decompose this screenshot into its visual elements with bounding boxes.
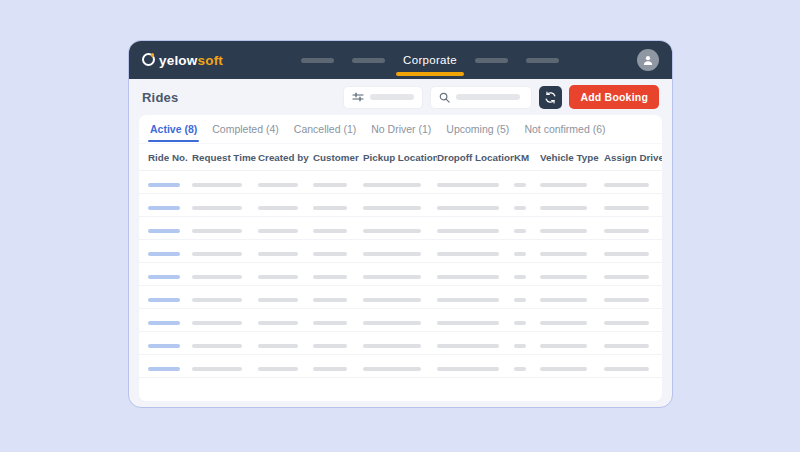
brand-logo: yelowsoft	[142, 53, 223, 68]
skeleton-bar	[148, 298, 180, 303]
skeleton-bar	[258, 344, 298, 349]
skeleton-bar	[148, 344, 180, 349]
table-row	[139, 194, 662, 217]
skeleton-bar	[148, 252, 180, 257]
skeleton-bar	[313, 206, 347, 211]
skeleton-bar	[604, 275, 649, 280]
tab-upcoming-5[interactable]: Upcoming (5)	[446, 115, 509, 143]
skeleton-bar	[313, 367, 347, 372]
nav-item-placeholder[interactable]	[352, 58, 385, 63]
skeleton-bar	[148, 321, 180, 326]
skeleton-bar	[514, 183, 526, 188]
add-booking-button[interactable]: Add Booking	[569, 85, 659, 109]
skeleton-bar	[437, 367, 499, 372]
skeleton-bar	[148, 206, 180, 211]
nav-item-placeholder[interactable]	[526, 58, 559, 63]
skeleton-bar	[604, 229, 649, 234]
column-header-km: KM	[514, 152, 540, 163]
refresh-button[interactable]	[539, 86, 562, 109]
skeleton-bar	[540, 367, 587, 372]
skeleton-bar	[540, 344, 587, 349]
skeleton-bar	[192, 275, 242, 280]
skeleton-bar	[192, 252, 242, 257]
nav-item-placeholder[interactable]	[301, 58, 334, 63]
skeleton-bar	[148, 367, 180, 372]
skeleton-bar	[363, 206, 421, 211]
user-avatar[interactable]	[637, 49, 659, 71]
skeleton-bar	[437, 344, 499, 349]
skeleton-bar	[313, 321, 347, 326]
skeleton-bar	[604, 344, 649, 349]
logo-text: yelowsoft	[159, 53, 223, 68]
content-panel: Active (8)Completed (4)Cancelled (1)No D…	[139, 115, 662, 401]
skeleton-bar	[192, 344, 242, 349]
tab-not-confirmed-6[interactable]: Not confirmed (6)	[524, 115, 605, 143]
skeleton-bar	[363, 321, 421, 326]
table-row	[139, 286, 662, 309]
column-header-ride-no: Ride No.	[148, 152, 192, 163]
skeleton-bar	[604, 367, 649, 372]
table-row	[139, 171, 662, 194]
skeleton-bar	[514, 229, 526, 234]
skeleton-bar	[192, 206, 242, 211]
column-header-vehicle-type: Vehicle Type	[540, 152, 604, 163]
skeleton-bar	[192, 367, 242, 372]
filter-placeholder	[370, 94, 414, 100]
nav-item-corporate[interactable]: Corporate	[403, 41, 457, 79]
skeleton-bar	[363, 252, 421, 257]
refresh-icon	[544, 91, 557, 104]
search-input[interactable]	[430, 86, 532, 109]
skeleton-bar	[514, 344, 526, 349]
table-header-row: Ride No.Request TimeCreated byCustomerPi…	[139, 143, 662, 171]
skeleton-bar	[604, 321, 649, 326]
table-row	[139, 217, 662, 240]
skeleton-bar	[437, 298, 499, 303]
skeleton-bar	[313, 229, 347, 234]
skeleton-bar	[540, 252, 587, 257]
tab-completed-4[interactable]: Completed (4)	[212, 115, 279, 143]
skeleton-bar	[363, 344, 421, 349]
person-icon	[642, 54, 654, 66]
table-row	[139, 332, 662, 355]
table-body	[139, 171, 662, 378]
tab-active-8[interactable]: Active (8)	[150, 115, 197, 143]
skeleton-bar	[258, 298, 298, 303]
filter-input[interactable]	[343, 86, 423, 109]
nav-menu: Corporate	[223, 41, 637, 79]
skeleton-bar	[192, 183, 242, 188]
skeleton-bar	[363, 298, 421, 303]
skeleton-bar	[313, 252, 347, 257]
skeleton-bar	[258, 183, 298, 188]
skeleton-bar	[540, 321, 587, 326]
table-row	[139, 309, 662, 332]
logo-icon	[142, 54, 154, 66]
tab-no-driver-1[interactable]: No Driver (1)	[371, 115, 431, 143]
column-header-created-by: Created by	[258, 152, 313, 163]
top-navbar: yelowsoft Corporate	[129, 41, 672, 79]
skeleton-bar	[514, 298, 526, 303]
table-row	[139, 355, 662, 378]
status-tabs: Active (8)Completed (4)Cancelled (1)No D…	[139, 115, 662, 143]
skeleton-bar	[514, 275, 526, 280]
search-icon	[439, 92, 450, 103]
skeleton-bar	[192, 229, 242, 234]
app-window: yelowsoft Corporate Rides	[128, 40, 673, 408]
skeleton-bar	[437, 229, 499, 234]
nav-item-placeholder[interactable]	[475, 58, 508, 63]
skeleton-bar	[604, 252, 649, 257]
page-header: Rides	[129, 79, 672, 115]
skeleton-bar	[514, 206, 526, 211]
skeleton-bar	[313, 183, 347, 188]
skeleton-bar	[514, 252, 526, 257]
skeleton-bar	[540, 275, 587, 280]
skeleton-bar	[437, 206, 499, 211]
column-header-assign-driver: Assign Driver	[604, 152, 662, 163]
skeleton-bar	[540, 298, 587, 303]
skeleton-bar	[363, 229, 421, 234]
skeleton-bar	[258, 367, 298, 372]
skeleton-bar	[258, 321, 298, 326]
tab-cancelled-1[interactable]: Cancelled (1)	[294, 115, 356, 143]
skeleton-bar	[540, 183, 587, 188]
skeleton-bar	[540, 206, 587, 211]
skeleton-bar	[313, 344, 347, 349]
